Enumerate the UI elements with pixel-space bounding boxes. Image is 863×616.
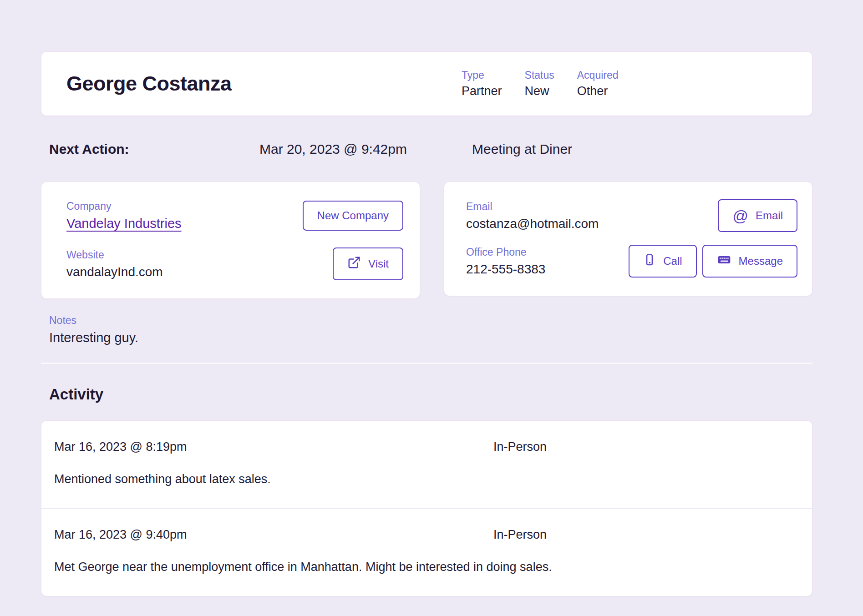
- phone-row: Office Phone 212-555-8383 Call: [466, 245, 797, 278]
- notes-section: Notes Interesting guy.: [41, 314, 812, 345]
- company-row: Company Vandelay Industries New Company: [66, 200, 403, 231]
- contact-meta-fields: Type Partner Status New Acquired Other: [462, 52, 619, 116]
- website-value: vandalayInd.com: [66, 265, 163, 279]
- section-divider: [41, 363, 812, 364]
- email-button[interactable]: @ Email: [718, 199, 797, 232]
- phone-actions: Call: [629, 245, 797, 278]
- activity-description: Met George near the unemployment office …: [54, 560, 799, 574]
- phone-stack: Office Phone 212-555-8383: [466, 246, 545, 277]
- field-type-label: Type: [462, 69, 502, 81]
- contact-detail-page: George Costanza Type Partner Status New …: [0, 51, 863, 616]
- activity-list-card: Mar 16, 2023 @ 8:19pm In-Person Mentione…: [41, 420, 812, 596]
- activity-row-head: Mar 16, 2023 @ 9:40pm In-Person: [54, 528, 799, 542]
- email-stack: Email costanza@hotmail.com: [466, 201, 599, 231]
- field-status-label: Status: [525, 69, 554, 81]
- activity-datetime: Mar 16, 2023 @ 8:19pm: [54, 440, 493, 454]
- field-acquired: Acquired Other: [577, 69, 619, 98]
- at-sign-icon: @: [732, 208, 748, 223]
- contact-name: George Costanza: [66, 72, 232, 96]
- message-button[interactable]: Message: [702, 245, 797, 278]
- email-label: Email: [466, 201, 599, 213]
- website-label: Website: [66, 249, 163, 261]
- activity-row[interactable]: Mar 16, 2023 @ 8:19pm In-Person Mentione…: [41, 421, 812, 508]
- website-stack: Website vandalayInd.com: [66, 249, 163, 279]
- email-value: costanza@hotmail.com: [466, 217, 599, 231]
- activity-type: In-Person: [493, 528, 799, 542]
- smartphone-icon: [643, 253, 656, 269]
- phone-value: 212-555-8383: [466, 262, 545, 277]
- contact-header-card: George Costanza Type Partner Status New …: [41, 51, 812, 116]
- detail-cards-row: Company Vandelay Industries New Company …: [41, 182, 812, 299]
- contact-methods-card: Email costanza@hotmail.com @ Email Offic…: [444, 182, 812, 296]
- company-stack: Company Vandelay Industries: [66, 200, 182, 231]
- visit-button[interactable]: Visit: [333, 247, 403, 280]
- next-action-description: Meeting at Diner: [472, 141, 812, 157]
- email-button-label: Email: [756, 209, 783, 222]
- call-button[interactable]: Call: [629, 245, 696, 278]
- website-row: Website vandalayInd.com Visit: [66, 247, 403, 280]
- activity-row-head: Mar 16, 2023 @ 8:19pm In-Person: [54, 440, 799, 454]
- phone-label: Office Phone: [466, 246, 545, 258]
- company-card: Company Vandelay Industries New Company …: [41, 182, 420, 299]
- field-type: Type Partner: [462, 69, 502, 98]
- activity-description: Mentioned something about latex sales.: [54, 472, 799, 486]
- call-button-label: Call: [663, 255, 682, 268]
- email-row: Email costanza@hotmail.com @ Email: [466, 199, 797, 232]
- next-action-label: Next Action:: [49, 141, 259, 157]
- activity-datetime: Mar 16, 2023 @ 9:40pm: [54, 528, 493, 542]
- external-link-icon: [347, 256, 361, 272]
- field-acquired-value: Other: [577, 84, 619, 98]
- keyboard-icon: [717, 252, 731, 270]
- next-action-datetime: Mar 20, 2023 @ 9:42pm: [259, 141, 472, 157]
- activity-type: In-Person: [493, 440, 799, 454]
- notes-value: Interesting guy.: [49, 330, 812, 345]
- message-button-label: Message: [739, 255, 783, 268]
- next-action-row: Next Action: Mar 20, 2023 @ 9:42pm Meeti…: [41, 141, 812, 157]
- field-status: Status New: [525, 69, 554, 98]
- notes-label: Notes: [49, 314, 812, 327]
- visit-button-label: Visit: [368, 258, 389, 270]
- field-acquired-label: Acquired: [577, 69, 619, 81]
- activity-heading: Activity: [41, 386, 812, 403]
- new-company-button[interactable]: New Company: [303, 201, 403, 231]
- field-status-value: New: [525, 84, 554, 98]
- content-column: George Costanza Type Partner Status New …: [41, 51, 812, 596]
- activity-row[interactable]: Mar 16, 2023 @ 9:40pm In-Person Met Geor…: [41, 509, 812, 596]
- company-label: Company: [66, 200, 182, 212]
- company-link[interactable]: Vandelay Industries: [66, 216, 182, 231]
- field-type-value: Partner: [462, 84, 502, 98]
